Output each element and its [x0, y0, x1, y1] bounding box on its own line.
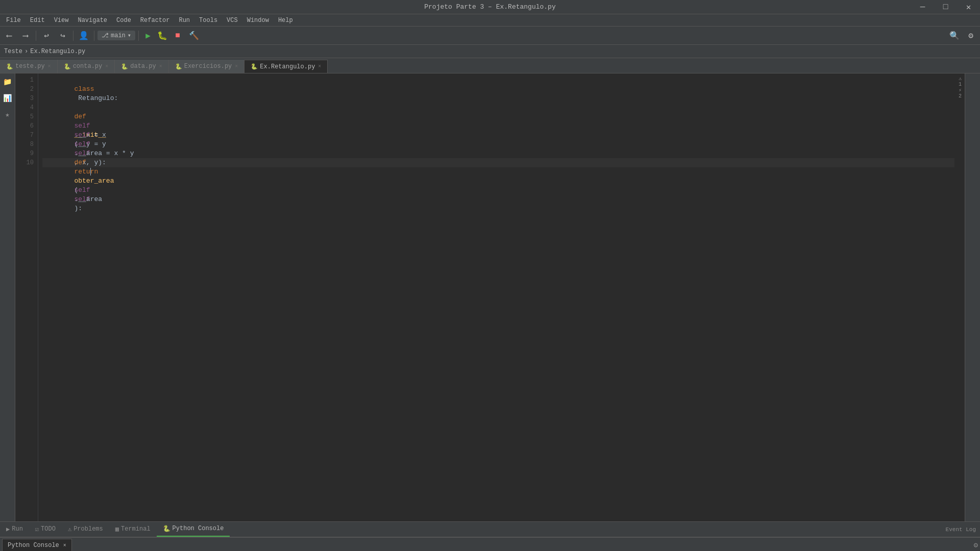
title-controls: — □ ✕ — [911, 0, 980, 14]
tab-teste-py[interactable]: 🐍 teste.py × — [0, 60, 58, 73]
run-button[interactable]: ▶ — [142, 30, 154, 42]
line-num-9: 9 — [15, 149, 34, 158]
code-line-9: return self .__area — [42, 149, 954, 158]
breadcrumb-file[interactable]: Ex.Retangulo.py — [30, 48, 85, 55]
breadcrumb-sep: › — [24, 48, 28, 55]
breadcrumb-project[interactable]: Teste — [4, 48, 22, 55]
tab-close-data[interactable]: × — [159, 64, 162, 69]
toolbar: ⟵ ⟶ ↩ ↪ 👤 ⎇ main ▾ ▶ 🐛 ■ 🔨 🔍 ⚙ — [0, 27, 980, 45]
python-icon: 🐍 — [121, 63, 128, 70]
menu-refactor[interactable]: Refactor — [136, 16, 174, 25]
tab-exercicios-py[interactable]: 🐍 Exercicios.py × — [169, 60, 245, 73]
right-panel — [965, 73, 980, 521]
forward-button[interactable]: ⟶ — [18, 29, 33, 43]
undo-button[interactable]: ↩ — [39, 29, 54, 43]
python-icon: 🐍 — [64, 63, 71, 70]
code-editor[interactable]: 1 2 3 4 5 6 7 8 9 10 class Retangulo: de… — [15, 73, 965, 521]
line-num-7: 7 — [15, 131, 34, 140]
toolbar-separator-1 — [36, 31, 36, 41]
branch-icon: ⎇ — [102, 32, 109, 39]
code-content[interactable]: class Retangulo: def __init__ ( self , x… — [38, 73, 959, 521]
run-icon: ▶ — [6, 525, 10, 533]
breadcrumb: Teste › Ex.Retangulo.py — [0, 45, 980, 58]
minimize-button[interactable]: — — [911, 0, 934, 14]
user-button[interactable]: 👤 — [77, 29, 91, 43]
toolbar-separator-2 — [73, 31, 74, 41]
toolbar-right: 🔍 ⚙ — [947, 29, 978, 43]
branch-selector[interactable]: ⎇ main ▾ — [97, 31, 135, 40]
sidebar-structure-icon[interactable]: 📊 — [2, 92, 14, 104]
todo-icon: ☑ — [35, 525, 39, 533]
tab-close-ex-retangulo[interactable]: × — [318, 64, 321, 69]
tab-python-console[interactable]: 🐍 Python Console — [157, 521, 230, 537]
chevron-down-icon: ▾ — [128, 32, 131, 39]
tab-conta-py[interactable]: 🐍 conta.py × — [58, 60, 115, 73]
search-button[interactable]: 🔍 — [947, 29, 962, 43]
menu-vcs[interactable]: VCS — [223, 16, 242, 25]
toolbar-separator-4 — [138, 31, 139, 41]
tabs-bar: 🐍 teste.py × 🐍 conta.py × 🐍 data.py × 🐍 … — [0, 58, 980, 73]
menu-help[interactable]: Help — [274, 16, 297, 25]
maximize-button[interactable]: □ — [934, 0, 957, 14]
sidebar-project-icon[interactable]: 📁 — [2, 76, 14, 88]
code-line-8: def obter_area ( self ): — [42, 140, 954, 149]
title-bar: Projeto Parte 3 – Ex.Retangulo.py — □ ✕ — [0, 0, 980, 14]
tab-todo[interactable]: ☑ TODO — [29, 521, 62, 537]
self-keyword-6: self — [74, 186, 90, 194]
code-line-3: def __init__ ( self , x, y): — [42, 94, 954, 103]
menu-run[interactable]: Run — [175, 16, 194, 25]
settings-button[interactable]: ⚙ — [964, 29, 978, 43]
console-tab-close-icon[interactable]: × — [63, 543, 66, 548]
python-icon: 🐍 — [251, 63, 258, 70]
warning-count: ⚠ 1 ⚡ 2 — [959, 76, 964, 99]
bottom-tab-right: Event Log — [946, 525, 980, 533]
code-line-7 — [42, 131, 954, 140]
left-sidebar: 📁 📊 ★ — [0, 73, 15, 521]
cursor — [90, 168, 95, 176]
tab-problems[interactable]: ⚠ Problems — [62, 521, 109, 537]
python-icon: 🐍 — [175, 63, 182, 70]
close-button[interactable]: ✕ — [957, 0, 980, 14]
debug-button[interactable]: 🐛 — [156, 30, 168, 42]
tab-run[interactable]: ▶ Run — [0, 521, 29, 537]
line-num-6: 6 — [15, 121, 34, 131]
tab-close-teste[interactable]: × — [48, 64, 51, 69]
line-num-5: 5 — [15, 112, 34, 121]
back-button[interactable]: ⟵ — [2, 29, 16, 43]
line-num-3: 3 — [15, 94, 34, 103]
tab-ex-retangulo-py[interactable]: 🐍 Ex.Retangulo.py × — [244, 60, 328, 73]
stop-button[interactable]: ■ — [170, 29, 185, 43]
line-num-8: 8 — [15, 140, 34, 149]
tab-terminal[interactable]: ▦ Terminal — [109, 521, 157, 537]
menu-file[interactable]: File — [2, 16, 25, 25]
menu-tools[interactable]: Tools — [195, 16, 222, 25]
build-button[interactable]: 🔨 — [187, 29, 201, 43]
toolbar-separator-3 — [94, 31, 94, 41]
console-tab-python[interactable]: Python Console × — [2, 539, 72, 552]
menu-window[interactable]: Window — [243, 16, 273, 25]
error-indicator-bar: ⚠ 1 ⚡ 2 — [959, 73, 965, 521]
menu-edit[interactable]: Edit — [26, 16, 49, 25]
console-settings-button[interactable]: ⚙ — [974, 541, 978, 549]
event-log-link[interactable]: Event Log — [946, 527, 976, 533]
redo-button[interactable]: ↪ — [56, 29, 70, 43]
menu-code[interactable]: Code — [112, 16, 135, 25]
window-title: Projeto Parte 3 – Ex.Retangulo.py — [424, 3, 555, 11]
menu-view[interactable]: View — [50, 16, 73, 25]
code-line-5: self .__y = y — [42, 112, 954, 121]
keyword-class: class — [74, 85, 94, 93]
tab-close-exercicios[interactable]: × — [235, 64, 238, 69]
terminal-icon: ▦ — [115, 525, 119, 533]
sidebar-favorites-icon[interactable]: ★ — [2, 108, 14, 120]
menu-navigate[interactable]: Navigate — [74, 16, 111, 25]
console-tabs-bar: Python Console × ⚙ — [0, 538, 980, 551]
code-line-6: self .__area = x * y — [42, 121, 954, 131]
tab-close-conta[interactable]: × — [105, 64, 108, 69]
line-num-4: 4 — [15, 103, 34, 112]
code-line-10 — [42, 158, 954, 167]
tab-data-py[interactable]: 🐍 data.py × — [115, 60, 168, 73]
main-layout: 📁 📊 ★ 1 2 3 4 5 6 7 8 9 10 class Retangu… — [0, 73, 980, 521]
python-icon: 🐍 — [6, 63, 13, 70]
line-numbers: 1 2 3 4 5 6 7 8 9 10 — [15, 73, 38, 521]
line-num-10: 10 — [15, 158, 34, 167]
